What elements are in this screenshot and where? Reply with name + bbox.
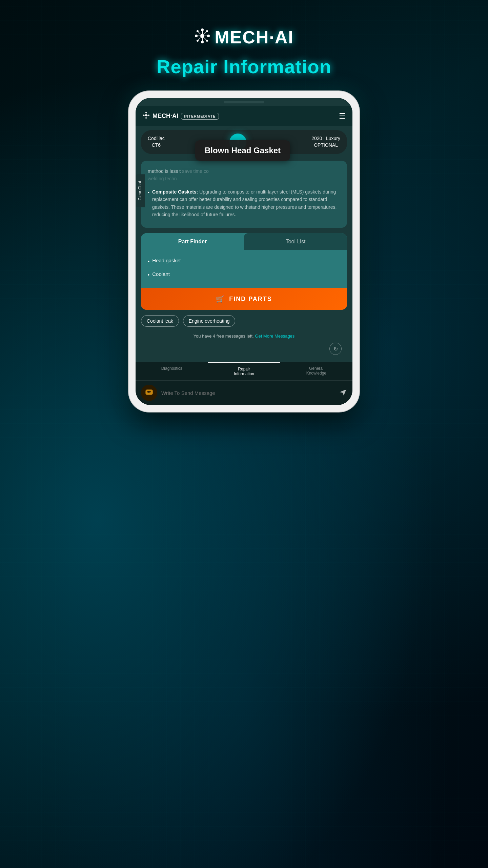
part-item-2: • Coolant xyxy=(148,269,340,280)
refresh-button[interactable]: ↻ xyxy=(329,343,342,355)
find-parts-label: FIND PARTS xyxy=(229,296,272,303)
input-area xyxy=(136,380,352,405)
notch-bar xyxy=(224,101,264,103)
tab-tool-list[interactable]: Tool List xyxy=(244,233,347,250)
svg-point-18 xyxy=(145,112,147,113)
nav-diagnostics-label: Diagnostics xyxy=(138,366,205,371)
chat-text-partial: method is less t save time co welding te… xyxy=(148,167,340,183)
svg-point-29 xyxy=(149,392,150,393)
vehicle-info-left: Codillac CT6 xyxy=(148,135,165,148)
nav-repair-information[interactable]: RepairInformation xyxy=(208,362,280,380)
nav-diagnostics[interactable]: Diagnostics xyxy=(136,362,208,380)
app-logo: MECH·AI INTERMEDIATE xyxy=(142,112,219,121)
svg-point-3 xyxy=(195,35,198,37)
svg-point-19 xyxy=(145,117,147,119)
get-more-messages-link[interactable]: Get More Messages xyxy=(255,334,294,339)
chat-text-3: welding techn... xyxy=(148,176,181,181)
page-title: Repair Information xyxy=(157,56,331,78)
part-item-1: • Head gasket xyxy=(148,256,340,266)
badge-intermediate: INTERMEDIATE xyxy=(181,113,219,120)
logo-icon xyxy=(194,28,210,47)
nav-general-knowledge[interactable]: GeneralKnowledge xyxy=(280,362,352,380)
svg-point-4 xyxy=(207,35,210,37)
chat-bubble-main: method is less t save time co welding te… xyxy=(141,161,347,228)
svg-point-2 xyxy=(201,41,204,43)
svg-line-15 xyxy=(198,38,201,40)
nav-general-label: GeneralKnowledge xyxy=(283,366,350,376)
svg-point-30 xyxy=(150,392,151,393)
part-name-1: Head gasket xyxy=(152,256,181,266)
bullet-dot-1: • xyxy=(148,256,149,266)
svg-point-0 xyxy=(200,34,204,38)
clear-chat-button[interactable]: Clear Chat xyxy=(136,174,145,207)
messages-left: You have 4 free messages left. Get More … xyxy=(141,331,347,341)
obd-icon xyxy=(141,385,157,401)
phone-inner: MECH·AI INTERMEDIATE ☰ Codillac CT6 + 20… xyxy=(136,98,352,405)
suggestion-chips: Coolant leak Engine overheating xyxy=(141,315,347,331)
vehicle-make: Codillac xyxy=(148,135,165,142)
svg-point-1 xyxy=(201,28,204,31)
vehicle-model: CT6 xyxy=(148,142,165,149)
phone-frame: MECH·AI INTERMEDIATE ☰ Codillac CT6 + 20… xyxy=(129,91,359,412)
tab-part-finder[interactable]: Part Finder xyxy=(141,233,244,250)
app-header: MECH·AI INTERMEDIATE ☰ xyxy=(136,106,352,126)
logo-text: MECH·AI xyxy=(215,27,294,47)
gaskets-label: Gaskets: xyxy=(177,189,198,195)
part-finder-tabs: Part Finder Tool List xyxy=(141,233,347,250)
chat-text-1: method is less t xyxy=(148,168,181,174)
messages-count-text: You have 4 free messages left. xyxy=(194,334,254,339)
chip-engine-overheating[interactable]: Engine overheating xyxy=(183,315,236,327)
phone-container: MECH·AI INTERMEDIATE ☰ Codillac CT6 + 20… xyxy=(129,91,359,412)
part-finder-card: Part Finder Tool List • Head gasket • Co… xyxy=(141,233,347,310)
refresh-icon: ↻ xyxy=(333,346,338,352)
hamburger-menu[interactable]: ☰ xyxy=(339,112,346,121)
chat-text-fade: save time co xyxy=(182,168,209,174)
send-button[interactable] xyxy=(339,388,347,398)
chat-area: Clear Chat Blown Head Gasket method is l… xyxy=(136,161,352,362)
tooltip-text: Blown Head Gasket xyxy=(205,146,281,155)
svg-line-16 xyxy=(204,38,206,40)
nav-repair-label: RepairInformation xyxy=(210,367,277,376)
bottom-nav: Diagnostics RepairInformation GeneralKno… xyxy=(136,362,352,380)
svg-point-21 xyxy=(148,115,149,116)
bullet-dot-2: • xyxy=(148,270,149,280)
message-input[interactable] xyxy=(161,390,335,396)
cart-icon: 🛒 xyxy=(216,295,225,303)
svg-point-20 xyxy=(143,115,144,116)
chip-coolant-leak[interactable]: Coolant leak xyxy=(141,315,179,327)
vehicle-trim: OPTIONAL xyxy=(311,142,340,149)
bullet-composite: • Composite Gaskets: Upgrading to compos… xyxy=(148,188,340,219)
composite-bold: Composite xyxy=(152,189,177,195)
svg-line-14 xyxy=(204,32,206,34)
svg-point-28 xyxy=(147,392,148,393)
part-name-2: Coolant xyxy=(152,269,170,280)
find-parts-button[interactable]: 🛒 FIND PARTS xyxy=(141,288,347,310)
obd-symbol xyxy=(144,387,154,399)
parts-list: • Head gasket • Coolant xyxy=(141,250,347,288)
phone-notch xyxy=(136,98,352,106)
bullet-dot: • xyxy=(148,189,149,219)
svg-line-13 xyxy=(198,32,201,34)
refresh-area: ↻ xyxy=(141,341,347,356)
page-header: MECH·AI Repair Information xyxy=(157,0,331,78)
app-logo-icon xyxy=(142,112,150,121)
vehicle-info-right: 2020 · Luxury OPTIONAL xyxy=(311,135,340,148)
brand-logo: MECH·AI xyxy=(194,27,294,47)
app-logo-text: MECH·AI xyxy=(152,113,178,120)
vehicle-year: 2020 · Luxury xyxy=(311,135,340,142)
svg-point-17 xyxy=(145,114,147,116)
tooltip: Blown Head Gasket xyxy=(195,140,290,161)
bullet-text: Composite Gaskets: Upgrading to composit… xyxy=(152,188,340,219)
